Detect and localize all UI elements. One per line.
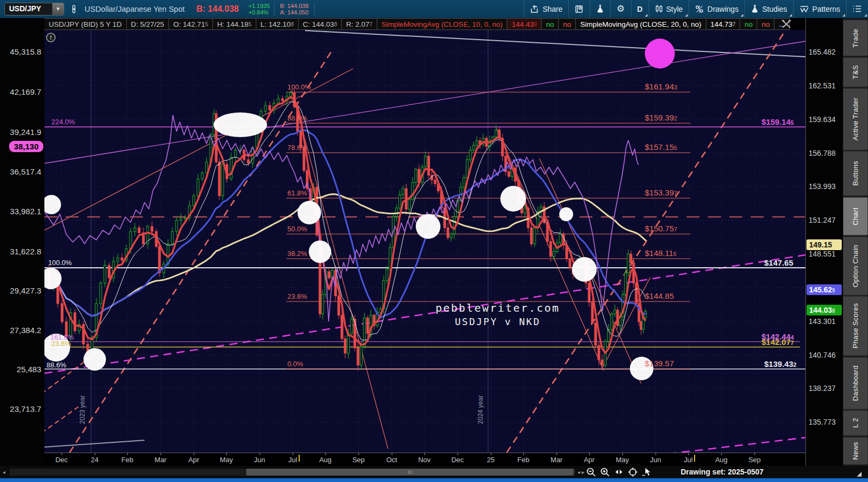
svg-text:$139.432: $139.432: [764, 359, 796, 368]
settings-button[interactable]: ⚙: [610, 0, 630, 18]
sidebar-tab-active-trader[interactable]: Active Trader: [843, 88, 868, 150]
flask-icon: [596, 4, 604, 13]
style-button[interactable]: Style: [649, 0, 689, 18]
left-axis-label: 33,982.1: [10, 207, 41, 216]
watermark-line2: USDJPY v NKD: [455, 316, 540, 327]
left-axis-label: 36,517.4: [10, 167, 41, 176]
patterns-button[interactable]: Patterns: [793, 0, 846, 18]
chart-scrollbar[interactable]: [10, 469, 575, 476]
scroll-left-arrow-icon[interactable]: ◂: [3, 469, 5, 475]
sidebar-tab-t-s[interactable]: T&S: [843, 57, 868, 87]
right-axis-label: 165.482: [809, 48, 836, 56]
chart-canvas[interactable]: 2023 year2024 year100.0%$161.94388.6%$15…: [44, 30, 805, 453]
svg-text:61.8%: 61.8%: [287, 189, 307, 197]
right-price-axis[interactable]: 165.482162.531159.634156.788153.993151.2…: [805, 18, 843, 466]
left-axis-label: 42,169.7: [10, 87, 41, 96]
sidebar-tab-trade[interactable]: Trade: [843, 20, 868, 56]
watermark-line1: pebblewriter.com: [436, 302, 560, 314]
zoom-in-icon[interactable]: [599, 466, 611, 478]
sidebar-tab-news[interactable]: News: [843, 437, 868, 465]
analyze-button[interactable]: [590, 0, 610, 18]
svg-text:$142.077: $142.077: [762, 337, 794, 347]
pan-move-icon[interactable]: [627, 466, 638, 478]
drawings-label: Drawings: [707, 5, 738, 13]
svg-text:50.0%: 50.0%: [287, 225, 307, 233]
time-axis-month: Feb: [121, 456, 133, 464]
nkd-last-price-badge: 38,130: [9, 141, 43, 152]
chart-tools-icon[interactable]: [781, 19, 791, 31]
sma20-flag1: no: [740, 18, 757, 30]
left-axis-label: 39,241.9: [10, 127, 41, 137]
pattern-icon: [800, 5, 809, 13]
expand-horizontal-icon[interactable]: [613, 466, 625, 478]
time-axis[interactable]: Dec24FebMarAprMayJunJulAugSepOctNovDec25…: [44, 453, 805, 466]
change-value: +1.1935: [248, 3, 270, 9]
share-icon: [530, 5, 539, 13]
symbol-dropdown-button[interactable]: ▼: [52, 3, 64, 15]
cursor-mode-icon[interactable]: [641, 466, 652, 478]
scrollbar-thumb[interactable]: [246, 469, 574, 476]
right-axis-label: 148.551: [809, 250, 836, 258]
menu-button[interactable]: [846, 0, 868, 18]
header-ohlc-L: L: 142.108: [256, 18, 299, 30]
year-label: 2024 year: [477, 395, 484, 424]
studies-label: Studies: [762, 5, 787, 13]
interval-label: D: [637, 5, 643, 13]
svg-text:$147.65: $147.65: [764, 258, 793, 267]
drawings-button[interactable]: Drawings: [689, 0, 744, 18]
link-icon[interactable]: [66, 4, 81, 14]
svg-text:$148.116: $148.116: [645, 248, 676, 258]
pan-right-icon[interactable]: ▸: [582, 469, 584, 475]
right-axis-label: 138.237: [809, 384, 836, 393]
time-axis-month: Feb: [517, 456, 529, 464]
header-ohlc-O: O: 142.715: [169, 18, 213, 30]
sidebar-tab-buttons[interactable]: Buttons: [843, 151, 868, 196]
zoom-out-icon[interactable]: [585, 466, 597, 478]
candle-icon: [655, 4, 663, 13]
svg-text:$161.943: $161.943: [645, 82, 677, 91]
sma10-flag1: no: [542, 18, 559, 30]
bottom-accent-strip: [0, 478, 868, 482]
resize-corner-icon[interactable]: [857, 472, 862, 477]
svg-text:$159.392: $159.392: [645, 113, 677, 122]
bid-ask-block: B: 144.038 A: 144.050: [274, 3, 314, 16]
sidebar-tab-l-2[interactable]: L 2: [843, 410, 868, 436]
price-badge: 144.038: [806, 305, 842, 315]
year-label: 2023 year: [79, 395, 86, 424]
left-price-axis[interactable]: 45,315.842,169.739,241.936,517.433,982.1…: [0, 18, 44, 466]
left-axis-label: 29,427.3: [10, 286, 41, 295]
pan-left-icon[interactable]: ◂: [577, 469, 580, 475]
scrollbar-grip: [408, 470, 412, 474]
flask-icon: [751, 4, 759, 13]
left-axis-label: 45,315.8: [10, 47, 41, 56]
time-axis-month: May: [220, 456, 233, 464]
price-badge: 145.629: [806, 284, 842, 295]
right-axis-label: 151.247: [809, 216, 836, 224]
time-axis-month: Aug: [319, 456, 331, 464]
svg-text:!: !: [50, 34, 52, 41]
price-badge: 149.15: [806, 239, 842, 250]
share-button[interactable]: Share: [524, 0, 568, 18]
time-axis-month: Dec: [55, 456, 67, 464]
time-axis-month: Aug: [715, 456, 727, 464]
interval-button[interactable]: D: [631, 0, 649, 18]
sidebar-tab-option-chain[interactable]: Option Chain: [843, 237, 868, 296]
time-axis-month: Mar: [551, 456, 562, 464]
notes-button[interactable]: [568, 0, 590, 18]
chart-header: USD/JPY (BID) 5 Y 1DD: 5/27/25O: 142.715…: [44, 18, 805, 30]
symbol-input[interactable]: USD/JPY ▼: [4, 3, 64, 16]
time-axis-month: Jul: [684, 456, 693, 464]
symbol-value[interactable]: USD/JPY: [5, 3, 52, 15]
sidebar-tab-phase-scores[interactable]: Phase Scores: [843, 296, 868, 356]
svg-text:$157.155: $157.155: [645, 142, 677, 152]
right-axis-label: 159.634: [809, 115, 836, 124]
right-axis-label: 135.773: [809, 418, 836, 426]
symbol-description: USDollar/Japanese Yen Spot: [81, 5, 191, 13]
sidebar-tab-dashboard[interactable]: Dashboard: [843, 357, 868, 410]
sma20-value: 144.737: [706, 18, 741, 30]
drawing-set-button[interactable]: Drawing set: 2025-0507: [681, 468, 764, 476]
patterns-label: Patterns: [812, 5, 840, 13]
studies-button[interactable]: Studies: [744, 0, 793, 18]
svg-text:88.6%: 88.6%: [287, 114, 307, 122]
sidebar-tab-chart[interactable]: Chart: [843, 197, 868, 236]
